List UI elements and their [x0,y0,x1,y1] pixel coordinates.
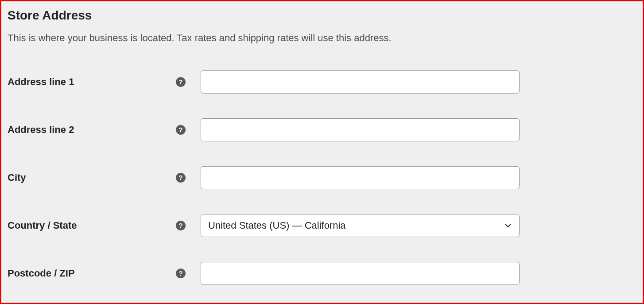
city-input[interactable] [201,166,520,189]
postcode-label: Postcode / ZIP [8,268,176,279]
address-line-2-label: Address line 2 [8,124,176,136]
country-state-select[interactable]: United States (US) — California [201,214,520,237]
address-line-1-input[interactable] [201,70,520,94]
city-label: City [8,172,176,183]
field-row-address-line-2: Address line 2 ? [8,118,636,141]
address-line-1-label: Address line 1 [8,76,176,88]
field-row-country-state: Country / State ? United States (US) — C… [8,214,636,237]
country-state-selected-value: United States (US) — California [208,220,346,231]
field-row-city: City ? [8,166,636,189]
help-icon[interactable]: ? [176,77,186,87]
country-state-label: Country / State [8,220,176,231]
help-icon[interactable]: ? [176,125,186,135]
field-row-address-line-1: Address line 1 ? [8,70,636,94]
help-icon[interactable]: ? [176,269,186,278]
help-icon[interactable]: ? [176,221,186,230]
address-line-2-input[interactable] [201,118,520,141]
page-title: Store Address [8,8,636,23]
postcode-input[interactable] [201,262,520,285]
help-icon[interactable]: ? [176,173,186,183]
page-description: This is where your business is located. … [8,32,636,44]
field-row-postcode: Postcode / ZIP ? [8,262,636,285]
